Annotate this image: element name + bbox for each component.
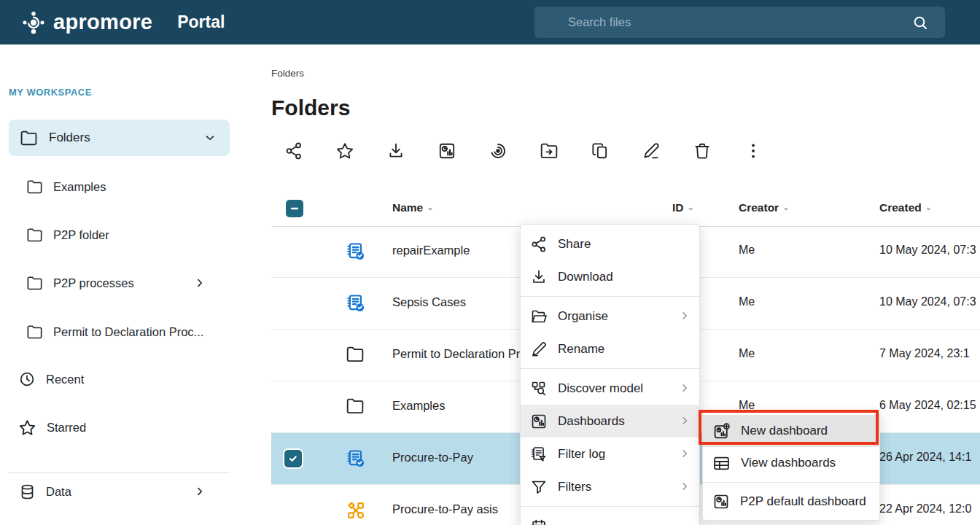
menu-item-download[interactable]: Download: [521, 260, 699, 293]
folder-icon: [26, 275, 43, 292]
sidebar-item-label: P2P processes: [53, 276, 134, 290]
creator-cell: Me: [739, 295, 755, 308]
file-name: Procure-to-Pay asis: [392, 502, 498, 516]
download-icon[interactable]: [386, 141, 405, 160]
apromore-logo-icon: [22, 11, 45, 34]
created-cell: 10 May 2024, 07:3: [879, 295, 976, 308]
submenu-item-view-dashboards[interactable]: View dashboards: [703, 447, 879, 479]
menu-item-rename[interactable]: Rename: [521, 332, 699, 365]
workspace-label: MY WORKSPACE: [9, 87, 92, 98]
menu-item-filter-log[interactable]: Filter log: [521, 438, 699, 470]
star-icon[interactable]: [335, 141, 354, 160]
apromore-logo: apromore: [22, 10, 152, 34]
chevron-down-icon: [203, 131, 217, 144]
star-icon: [18, 419, 36, 437]
column-header-created[interactable]: Created⌄: [879, 201, 932, 214]
menu-item-share[interactable]: Share: [521, 228, 699, 260]
dashboard-icon: [530, 413, 548, 430]
sidebar-item-recent[interactable]: Recent: [9, 365, 230, 394]
page-title: Folders: [271, 96, 350, 120]
search-icon[interactable]: [911, 14, 929, 31]
sidebar-item-label: Folders: [49, 131, 90, 145]
sidebar-item-examples[interactable]: Examples: [9, 172, 230, 201]
submenu-chevron-icon: [679, 382, 691, 394]
sidebar-item-p2p-processes[interactable]: P2P processes: [9, 268, 230, 298]
copy-icon[interactable]: [591, 141, 610, 160]
folder-icon: [26, 227, 43, 244]
sort-chevron-icon: ⌄: [688, 203, 694, 211]
folder-icon: [20, 129, 38, 147]
filter-icon: [530, 478, 548, 496]
sidebar-item-permit-to-declaration[interactable]: Permit to Declaration Proc...: [9, 317, 230, 346]
menu-divider: [521, 296, 699, 297]
dashboard-icon: [712, 493, 730, 510]
sidebar-item-label: Permit to Declaration Proc...: [53, 325, 203, 339]
submenu-item-p2p-default-dashboard[interactable]: P2P default dashboard: [703, 486, 879, 518]
sidebar-item-label: Starred: [47, 421, 86, 435]
column-header-name[interactable]: Name⌄: [392, 201, 433, 214]
share-icon: [530, 236, 548, 253]
creator-cell: Me: [739, 399, 755, 412]
context-menu: Share Download Organise Rename Discover …: [520, 224, 700, 525]
menu-item-organise[interactable]: Organise: [521, 300, 699, 332]
search-input[interactable]: [534, 7, 945, 38]
delete-icon[interactable]: [693, 141, 712, 160]
rename-icon[interactable]: [642, 141, 661, 160]
submenu-chevron-icon: [679, 481, 691, 492]
breadcrumb[interactable]: Folders: [271, 68, 304, 79]
file-name: Sepsis Cases: [392, 295, 466, 309]
sidebar-item-starred[interactable]: Starred: [9, 413, 230, 442]
menu-item-partial[interactable]: [521, 510, 699, 525]
created-cell: 22 Apr 2024, 12:0: [879, 502, 971, 516]
search-box: [534, 7, 945, 38]
sidebar-item-p2p-folder[interactable]: P2P folder: [9, 220, 230, 249]
folder-icon: [26, 179, 43, 195]
created-cell: 26 Apr 2024, 14:1: [879, 451, 971, 464]
calendar-icon: [530, 518, 548, 525]
sidebar-item-label: Data: [46, 485, 71, 499]
file-name: Procure-to-Pay: [392, 451, 473, 464]
table-header: Name⌄ ID⌄ Creator⌄ Created⌄: [271, 191, 980, 227]
creator-cell: Me: [739, 244, 755, 257]
menu-divider: [703, 482, 879, 483]
folder-icon: [26, 324, 43, 341]
row-checkbox[interactable]: [284, 450, 302, 467]
menu-item-filters[interactable]: Filters: [521, 470, 699, 503]
download-icon: [530, 268, 548, 286]
view-dashboards-icon: [712, 454, 731, 472]
menu-divider: [521, 368, 699, 369]
app-header: apromore Portal: [0, 0, 980, 44]
sidebar-item-data[interactable]: Data: [9, 477, 230, 506]
submenu-chevron-icon: [679, 310, 691, 322]
created-cell: 10 May 2024, 07:3: [879, 244, 976, 257]
share-icon[interactable]: [284, 141, 303, 160]
creator-cell: Me: [739, 347, 755, 360]
sort-chevron-icon: ⌄: [925, 203, 932, 211]
menu-item-discover-model[interactable]: Discover model: [521, 372, 699, 405]
submenu-item-new-dashboard[interactable]: New dashboard: [703, 415, 879, 447]
dashboards-submenu: New dashboard View dashboards P2P defaul…: [702, 412, 880, 521]
sidebar-item-label: Recent: [46, 373, 84, 386]
log-icon: [346, 448, 366, 469]
dashboard-icon[interactable]: [438, 141, 456, 160]
clock-icon: [18, 370, 36, 388]
chevron-right-icon: [194, 486, 206, 497]
more-icon[interactable]: [744, 141, 763, 160]
check-icon: [288, 454, 298, 464]
indeterminate-icon: [289, 203, 300, 214]
logo-text: apromore: [53, 10, 152, 34]
sidebar-divider: [9, 472, 230, 473]
portal-label[interactable]: Portal: [177, 12, 225, 32]
log-icon: [346, 293, 366, 314]
select-all-checkbox[interactable]: [286, 200, 303, 217]
column-header-id[interactable]: ID⌄: [672, 201, 694, 214]
sidebar-item-folders[interactable]: Folders: [9, 120, 230, 156]
menu-item-dashboards[interactable]: Dashboards: [521, 405, 699, 438]
folder-icon: [346, 397, 365, 416]
move-folder-icon[interactable]: [540, 141, 559, 160]
column-header-creator[interactable]: Creator⌄: [739, 201, 789, 214]
chevron-right-icon: [194, 277, 206, 289]
sidebar-item-label: Examples: [53, 180, 106, 194]
discover-model-icon: [530, 380, 548, 397]
discover-icon[interactable]: [489, 141, 508, 160]
